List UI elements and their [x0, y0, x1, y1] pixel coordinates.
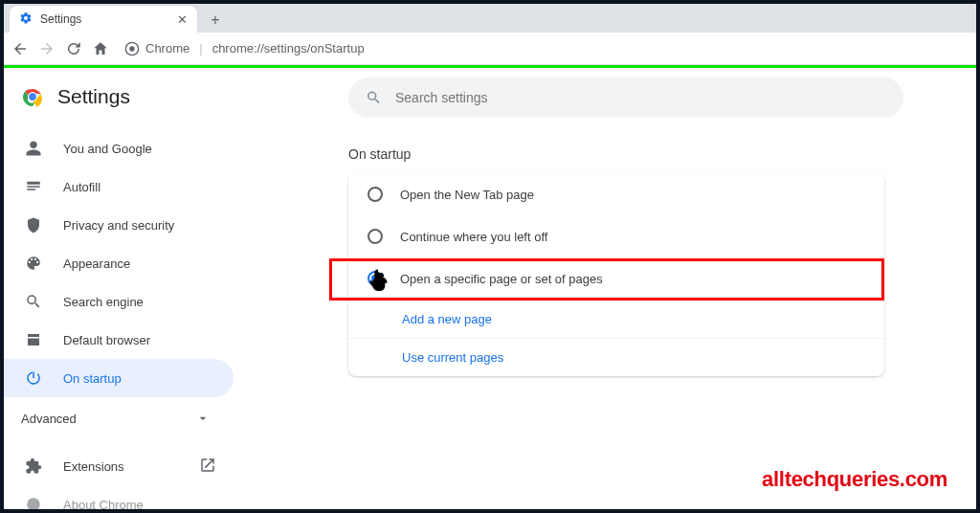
forward-button[interactable]	[38, 40, 56, 57]
chrome-logo-icon	[21, 85, 44, 108]
radio-label: Open the New Tab page	[400, 188, 534, 202]
radio-icon[interactable]	[368, 187, 383, 202]
sidebar-item-autofill[interactable]: Autofill	[4, 167, 234, 206]
settings-content: Settings You and Google Autofill Privacy…	[4, 68, 976, 509]
use-current-pages-button[interactable]: Use current pages	[348, 338, 884, 376]
sidebar-item-label: Privacy and security	[63, 218, 174, 233]
sidebar-item-label: Search engine	[63, 295, 144, 309]
radio-label: Open a specific page or set of pages	[400, 272, 603, 286]
svg-point-1	[129, 46, 134, 51]
external-link-icon	[199, 457, 216, 477]
tab-title: Settings	[40, 12, 81, 26]
sidebar-item-label: Default browser	[63, 333, 150, 347]
radio-icon[interactable]	[368, 229, 383, 244]
sidebar-item-label: Autofill	[63, 180, 100, 194]
search-icon	[366, 89, 382, 106]
sidebar-item-label: About Chrome	[63, 498, 144, 510]
url-separator: |	[195, 41, 206, 56]
reload-button[interactable]	[65, 40, 82, 57]
add-new-page-button[interactable]: Add a new page	[348, 300, 884, 338]
advanced-label: Advanced	[21, 412, 77, 426]
link-label: Use current pages	[402, 350, 503, 365]
search-container[interactable]	[348, 78, 903, 118]
home-button[interactable]	[92, 40, 109, 57]
sidebar-item-on-startup[interactable]: On startup	[4, 359, 234, 397]
close-icon[interactable]: ✕	[177, 12, 188, 27]
sidebar-item-appearance[interactable]: Appearance	[4, 244, 234, 282]
main-panel: On startup Open the New Tab page Continu…	[234, 68, 976, 509]
app-header: Settings	[4, 85, 234, 122]
link-label: Add a new page	[402, 312, 492, 326]
nav-list: You and Google Autofill Privacy and secu…	[4, 129, 234, 397]
sidebar-item-label: On startup	[63, 371, 122, 386]
browser-toolbar: Chrome | chrome://settings/onStartup	[4, 33, 976, 65]
url-path[interactable]: chrome://settings/onStartup	[212, 41, 365, 56]
sidebar-item-search-engine[interactable]: Search engine	[4, 282, 234, 321]
browser-tabstrip: Settings ✕ +	[4, 4, 976, 33]
sidebar: Settings You and Google Autofill Privacy…	[4, 68, 234, 509]
sidebar-item-extensions[interactable]: Extensions	[4, 447, 234, 485]
startup-card: Open the New Tab page Continue where you…	[348, 173, 884, 376]
sidebar-item-label: You and Google	[63, 142, 152, 156]
chevron-down-icon	[195, 411, 211, 426]
advanced-toggle[interactable]: Advanced	[4, 397, 234, 439]
back-button[interactable]	[11, 40, 29, 57]
sidebar-item-about[interactable]: About Chrome	[4, 485, 234, 509]
window-frame: Settings ✕ + Chrome | chrome://settings/…	[0, 0, 980, 513]
cursor-icon	[370, 273, 390, 292]
sidebar-item-privacy[interactable]: Privacy and security	[4, 206, 234, 244]
radio-continue[interactable]: Continue where you left off	[348, 215, 884, 257]
svg-point-3	[30, 94, 36, 100]
sidebar-item-you-and-google[interactable]: You and Google	[4, 129, 234, 167]
search-input[interactable]	[395, 90, 886, 105]
nav-list-secondary: Extensions About Chrome	[4, 447, 234, 509]
gear-icon	[19, 11, 40, 28]
sidebar-item-label: Extensions	[63, 459, 124, 474]
url-security-icon[interactable]: Chrome | chrome://settings/onStartup	[124, 41, 365, 56]
radio-label: Continue where you left off	[400, 230, 547, 244]
browser-tab-settings[interactable]: Settings ✕	[10, 6, 197, 33]
new-tab-button[interactable]: +	[203, 8, 228, 33]
svg-point-5	[27, 498, 40, 509]
url-label: Chrome	[145, 41, 189, 56]
sidebar-item-label: Appearance	[63, 256, 130, 271]
watermark-text: alltechqueries.com	[762, 467, 947, 492]
radio-specific-page[interactable]: Open a specific page or set of pages	[348, 257, 884, 300]
page-title: Settings	[57, 85, 130, 108]
radio-open-new-tab[interactable]: Open the New Tab page	[348, 173, 884, 215]
section-title: On startup	[348, 146, 919, 162]
sidebar-item-default-browser[interactable]: Default browser	[4, 321, 234, 359]
